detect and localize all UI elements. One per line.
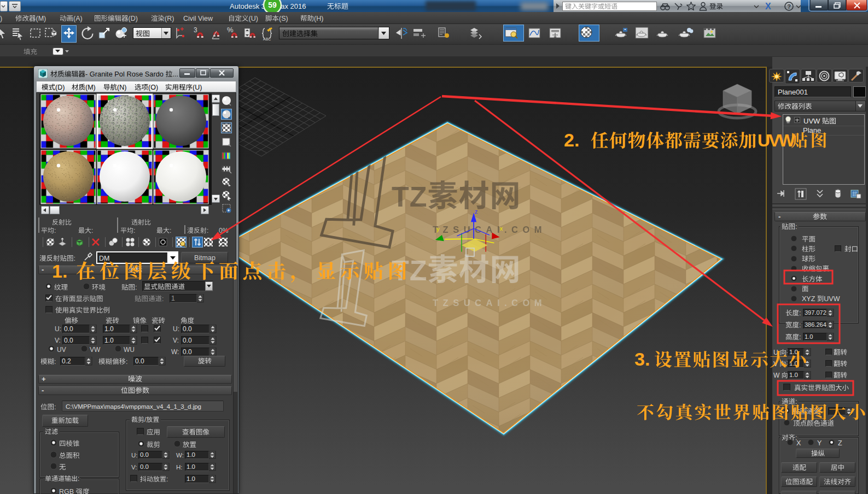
svg-text:1.: 1. [52, 261, 67, 281]
svg-text:UVW: UVW [758, 131, 795, 150]
svg-text:3.: 3. [634, 349, 650, 369]
svg-text:2.: 2. [564, 130, 579, 150]
